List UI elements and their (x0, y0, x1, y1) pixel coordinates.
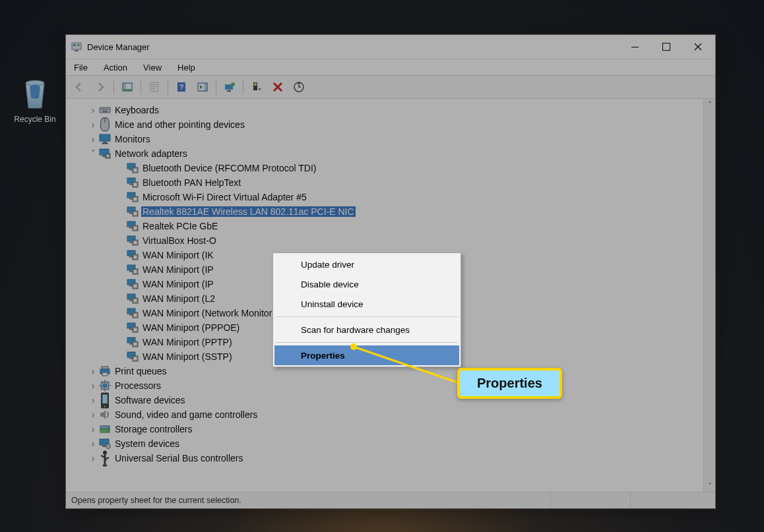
menu-file[interactable]: File (71, 61, 90, 74)
nav-back-button[interactable] (70, 78, 88, 96)
device-label: VirtualBox Host-O (141, 235, 218, 246)
tree-category[interactable]: ›Keyboards (67, 103, 703, 117)
svg-rect-86 (134, 328, 137, 331)
uninstall-device-button[interactable] (269, 78, 287, 96)
action-pane-button[interactable] (193, 78, 212, 96)
properties-button[interactable] (145, 78, 164, 96)
scrollbar-down-arrow[interactable]: ˅ (704, 481, 715, 492)
menu-view[interactable]: View (141, 61, 164, 74)
tree-category[interactable]: ›System devices (67, 436, 703, 451)
close-button[interactable] (682, 35, 714, 59)
expand-chevron-icon[interactable]: › (88, 119, 98, 130)
toolbar: ? (66, 75, 715, 99)
device-label: WAN Miniport (PPPOE) (141, 322, 241, 333)
svg-rect-94 (134, 357, 137, 360)
network-adapter-icon (127, 293, 139, 304)
category-label: Mice and other pointing devices (113, 119, 246, 130)
expand-chevron-icon[interactable]: › (88, 395, 98, 405)
network-adapter-icon (127, 279, 139, 289)
title-bar[interactable]: Device Manager (66, 35, 715, 59)
maximize-button[interactable] (651, 35, 682, 59)
svg-rect-2 (73, 44, 76, 46)
system-icon (99, 438, 111, 449)
expand-chevron-icon[interactable]: › (88, 438, 98, 449)
expand-chevron-icon[interactable]: › (88, 105, 98, 115)
category-label: Keyboards (113, 105, 160, 115)
device-label: Bluetooth PAN HelpText (141, 177, 242, 188)
tree-device[interactable]: Bluetooth Device (RFCOMM Protocol TDI) (67, 161, 703, 175)
tree-device[interactable]: Realtek PCIe GbE (67, 219, 703, 233)
help-button[interactable]: ? (172, 78, 191, 96)
device-label: WAN Miniport (Network Monitor) (141, 308, 276, 318)
category-label: Processors (113, 380, 162, 391)
svg-rect-29 (107, 109, 108, 110)
svg-rect-58 (134, 227, 137, 229)
tree-category[interactable]: ›Monitors (67, 132, 703, 146)
keyboard-icon (99, 105, 111, 115)
scan-hardware-button[interactable] (290, 78, 308, 96)
recycle-bin-label: Recycle Bin (12, 115, 58, 124)
expand-chevron-icon[interactable]: ˅ (88, 148, 98, 159)
category-label: System devices (113, 438, 181, 449)
tree-category[interactable]: ›Mice and other pointing devices (67, 117, 703, 132)
tree-device[interactable]: Microsoft Wi-Fi Direct Virtual Adapter #… (67, 190, 703, 204)
svg-marker-107 (100, 410, 106, 419)
minimize-button[interactable] (619, 35, 651, 59)
expand-chevron-icon[interactable]: › (88, 380, 98, 391)
svg-rect-38 (107, 155, 109, 157)
enable-device-button[interactable] (247, 78, 266, 96)
svg-rect-25 (100, 107, 110, 113)
expand-chevron-icon[interactable]: › (88, 134, 98, 144)
expand-chevron-icon[interactable]: › (88, 366, 98, 376)
nav-forward-button[interactable] (91, 78, 110, 96)
vertical-scrollbar[interactable]: ˄ ˅ (703, 99, 715, 492)
toolbar-separator (168, 80, 168, 94)
svg-rect-33 (103, 142, 107, 143)
desktop-icon-recycle-bin[interactable]: Recycle Bin (12, 78, 58, 124)
svg-rect-117 (103, 464, 107, 466)
tree-category[interactable]: ›Universal Serial Bus controllers (67, 451, 703, 465)
context-menu-item[interactable]: Scan for hardware changes (274, 320, 459, 340)
device-label: Realtek PCIe GbE (141, 221, 219, 231)
network-adapter-icon (127, 250, 139, 260)
category-label: Storage controllers (113, 424, 194, 434)
svg-rect-74 (134, 285, 137, 287)
svg-rect-18 (227, 90, 231, 92)
svg-rect-66 (134, 256, 137, 258)
tree-category[interactable]: ˅Network adapters (67, 146, 703, 161)
tree-device[interactable]: Realtek 8821AE Wireless LAN 802.11ac PCI… (67, 204, 703, 219)
svg-rect-95 (102, 367, 108, 369)
update-driver-button[interactable] (220, 78, 239, 96)
mouse-icon (99, 119, 111, 130)
expand-chevron-icon[interactable]: › (88, 453, 98, 463)
tree-category[interactable]: ›Sound, video and game controllers (67, 407, 703, 422)
svg-rect-9 (152, 84, 157, 85)
tree-device[interactable]: Bluetooth PAN HelpText (67, 175, 703, 190)
svg-rect-21 (254, 83, 257, 86)
network-adapter-icon (127, 235, 139, 246)
device-label: Microsoft Wi-Fi Direct Virtual Adapter #… (141, 192, 308, 202)
expand-chevron-icon[interactable]: › (88, 409, 98, 420)
tree-category[interactable]: ›Storage controllers (67, 422, 703, 436)
device-label: WAN Miniport (IP (141, 279, 215, 289)
menu-action[interactable]: Action (101, 61, 130, 74)
callout-line (350, 343, 469, 390)
status-text: Opens property sheet for the current sel… (71, 492, 551, 508)
show-hide-tree-button[interactable] (118, 78, 137, 96)
sound-icon (99, 409, 111, 420)
toolbar-separator (243, 80, 243, 94)
context-menu-item[interactable]: Disable device (274, 274, 459, 294)
context-menu-item[interactable]: Update driver (274, 254, 459, 274)
properties-callout: Properties (457, 368, 562, 399)
menu-help[interactable]: Help (175, 61, 198, 74)
tree-category[interactable]: ›Software devices (67, 393, 703, 407)
svg-rect-26 (101, 109, 102, 110)
svg-rect-27 (103, 109, 104, 110)
scrollbar-up-arrow[interactable]: ˄ (704, 99, 715, 110)
expand-chevron-icon[interactable]: › (88, 424, 98, 434)
tree-device[interactable]: VirtualBox Host-O (67, 233, 703, 248)
svg-rect-54 (134, 212, 137, 215)
svg-rect-42 (134, 169, 137, 171)
device-label: Bluetooth Device (RFCOMM Protocol TDI) (141, 163, 317, 173)
context-menu-item[interactable]: Uninstall device (274, 294, 459, 314)
